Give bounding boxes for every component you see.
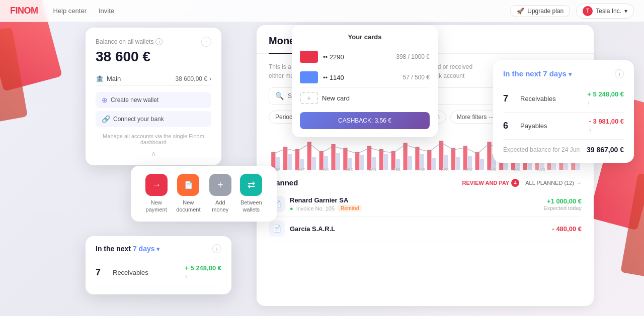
- next-days-receivables-left: 7 Receivables: [503, 93, 556, 104]
- wallet-info-icon[interactable]: i: [155, 38, 163, 45]
- planned-item-name-renard: Renard Garnier SA: [290, 196, 362, 204]
- svg-text:FEB: FEB: [393, 168, 400, 172]
- add-money-icon: +: [209, 174, 231, 196]
- svg-text:APR: APR: [441, 168, 449, 172]
- card-limit-2290: 398 / 1000 €: [396, 53, 430, 60]
- receivables-count: 7: [503, 93, 515, 104]
- company-avatar: T: [583, 6, 593, 16]
- payables-amount-right: - 3 981,00 € ›: [589, 118, 624, 134]
- receivables-amount-right: + 5 248,00 € ›: [587, 90, 624, 107]
- next-days-bottom-receivables-left: 7 Receivables: [96, 267, 148, 278]
- svg-text:NOV: NOV: [321, 168, 330, 172]
- svg-rect-10: [331, 144, 335, 170]
- cashback-bar: CASHBACK: 3,56 €: [300, 112, 430, 129]
- nav-invite[interactable]: Invite: [99, 7, 114, 15]
- wallet-card: Balance on all wallets i − 38 600 € 🏦 Ma…: [86, 28, 221, 165]
- svg-rect-6: [307, 142, 311, 170]
- svg-rect-34: [475, 152, 479, 170]
- svg-rect-26: [427, 150, 431, 170]
- link-icon: 🔗: [102, 115, 110, 123]
- card-chip-red: [300, 51, 318, 63]
- planned-section: Planned REVIEW AND PAY 4 ALL PLANNED (12…: [269, 172, 582, 241]
- bottom-receivables-count: 7: [96, 267, 108, 278]
- arrow-right-icon: →: [576, 180, 582, 186]
- topbar-right: 🚀 Upgrade plan T Tesla Inc. ▾: [510, 4, 634, 19]
- planned-actions: REVIEW AND PAY 4 ALL PLANNED (12) →: [462, 179, 582, 187]
- next-days-info-icon-right[interactable]: i: [615, 69, 624, 78]
- svg-text:OCT: OCT: [297, 168, 305, 172]
- remind-badge[interactable]: Remind: [338, 205, 362, 212]
- new-payment-label: Newpayment: [146, 199, 167, 214]
- svg-text:DEC: DEC: [345, 168, 353, 172]
- svg-rect-30: [451, 148, 455, 170]
- next-days-chevron-right[interactable]: ▾: [569, 71, 572, 78]
- wallet-total-amount: 38 600 €: [96, 49, 211, 65]
- add-money-label: Addmoney: [212, 199, 228, 214]
- receivables-arrow-icon[interactable]: ›: [587, 98, 590, 107]
- next-days-receivables-row[interactable]: 7 Receivables + 5 248,00 € ›: [503, 85, 624, 113]
- bottom-receivables-amount-container: + 5 248,00 € ›: [185, 264, 221, 281]
- quick-action-new-payment[interactable]: → Newpayment: [145, 174, 168, 214]
- payables-arrow-icon[interactable]: ›: [589, 126, 592, 134]
- next-days-payables-left: 6 Payables: [503, 121, 547, 131]
- wallet-main-amount: 38 600,00 € ›: [176, 75, 211, 82]
- quick-actions-panel: → Newpayment 📄 Newdocument + Addmoney ⇄ …: [131, 166, 277, 222]
- next-days-bottom-receivables-row[interactable]: 7 Receivables + 5 248,00 € ›: [96, 259, 221, 286]
- bottom-receivables-amount: + 5 248,00 €: [185, 264, 221, 272]
- next-days-panel-right: In the next 7 days ▾ i 7 Receivables + 5…: [493, 60, 634, 163]
- planned-item-garcia[interactable]: 📄 Garcia S.A.R.L - 480,00 €: [269, 217, 582, 241]
- svg-rect-24: [415, 147, 419, 170]
- svg-rect-23: [408, 156, 412, 170]
- upgrade-plan-button[interactable]: 🚀 Upgrade plan: [510, 5, 570, 17]
- bottom-receivables-arrow-icon[interactable]: ›: [185, 272, 187, 280]
- svg-text:MAR: MAR: [417, 168, 425, 172]
- new-card-button[interactable]: + New card: [300, 88, 430, 108]
- nav-help-center[interactable]: Help center: [53, 7, 87, 15]
- next-days-bottom-chevron[interactable]: ▾: [156, 246, 159, 253]
- planned-item-left-garcia: 📄 Garcia S.A.R.L: [269, 221, 335, 237]
- planned-item-info-garcia: Garcia S.A.R.L: [290, 225, 335, 233]
- chevron-down-icon: ▾: [624, 8, 627, 15]
- upgrade-label: Upgrade plan: [527, 8, 564, 15]
- wallet-main-label: 🏦 Main: [96, 75, 121, 82]
- card-item-1140[interactable]: •• 1140 57 / 500 €: [300, 67, 430, 88]
- planned-item-sub-renard: ● Invoice No. 105 Remind: [290, 205, 362, 212]
- quick-action-add-money[interactable]: + Addmoney: [209, 174, 231, 214]
- planned-item-renard[interactable]: 📄 Renard Garnier SA ● Invoice No. 105 Re…: [269, 192, 582, 217]
- company-selector-button[interactable]: T Tesla Inc. ▾: [576, 4, 634, 19]
- next-days-days-bottom[interactable]: 7 days: [133, 245, 155, 253]
- svg-rect-2: [283, 147, 287, 170]
- all-planned-button[interactable]: ALL PLANNED (12) →: [525, 180, 582, 186]
- quick-action-between-wallets[interactable]: ⇄ Betweenwallets: [240, 174, 262, 214]
- new-document-label: Newdocument: [176, 199, 200, 214]
- quick-action-new-document[interactable]: 📄 Newdocument: [176, 174, 200, 214]
- next-days-payables-row[interactable]: 6 Payables - 3 981,00 € ›: [503, 113, 624, 140]
- wallet-collapse-button[interactable]: −: [201, 37, 211, 47]
- card-item-2290[interactable]: •• 2290 398 / 1000 €: [300, 47, 430, 67]
- create-new-wallet-button[interactable]: ⊕ Create new wallet: [96, 92, 211, 108]
- next-days-bottom-info-icon[interactable]: i: [212, 244, 221, 253]
- wallet-main-row[interactable]: 🏦 Main 38 600,00 € ›: [96, 72, 211, 86]
- payables-amount: - 3 981,00 €: [589, 118, 624, 125]
- topbar: FINOM Help center Invite 🚀 Upgrade plan …: [0, 0, 644, 22]
- svg-text:JUN: JUN: [490, 168, 497, 172]
- svg-rect-19: [384, 154, 388, 170]
- connect-bank-button[interactable]: 🔗 Connect your bank: [96, 111, 211, 127]
- wallet-footer-text: Manage all accounts via the single Finom…: [96, 133, 211, 145]
- search-icon: 🔍: [275, 92, 284, 100]
- planned-item-right-renard: +1 000,00 € Expected today: [543, 197, 582, 211]
- wallet-collapse-chevron[interactable]: ∧: [96, 149, 211, 157]
- svg-text:JUL: JUL: [513, 168, 520, 172]
- next-days-panel-bottom: In the next 7 days ▾ i 7 Receivables + 5…: [86, 236, 231, 294]
- svg-rect-14: [355, 152, 359, 170]
- svg-rect-20: [391, 151, 395, 170]
- expected-balance: Expected balance for 24 Jun 39 867,00 €: [503, 140, 624, 154]
- svg-rect-27: [432, 158, 436, 170]
- svg-rect-7: [312, 157, 316, 170]
- plus-icon: ⊕: [102, 96, 108, 104]
- review-pay-button[interactable]: REVIEW AND PAY 4: [462, 179, 519, 187]
- planned-header: Planned REVIEW AND PAY 4 ALL PLANNED (12…: [269, 178, 582, 187]
- receivables-amount: + 5 248,00 €: [587, 90, 624, 98]
- payables-label: Payables: [520, 122, 547, 130]
- new-document-icon: 📄: [177, 174, 199, 196]
